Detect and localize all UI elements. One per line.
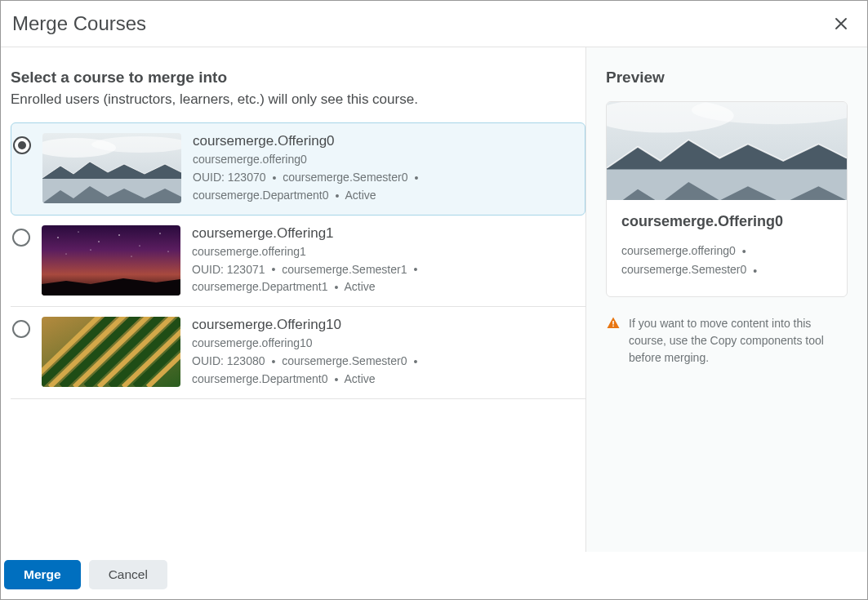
course-thumbnail — [42, 317, 180, 387]
preview-card-body: coursemerge.Offering0 coursemerge.offeri… — [607, 200, 847, 296]
radio-button[interactable] — [12, 229, 30, 247]
svg-point-14 — [167, 251, 168, 251]
svg-point-7 — [98, 241, 99, 242]
course-selection-pane: Select a course to merge into Enrolled u… — [1, 47, 585, 552]
preview-course-code: coursemerge.offering0 • — [621, 242, 832, 260]
course-meta: OUID: 123080 • coursemerge.Semester0 • c… — [192, 353, 576, 389]
svg-point-11 — [66, 253, 67, 254]
course-thumbnail — [42, 225, 180, 296]
course-code: coursemerge.offering0 — [193, 153, 575, 166]
course-code: coursemerge.offering1 — [192, 245, 576, 258]
svg-point-5 — [57, 237, 59, 238]
course-name: coursemerge.Offering1 — [192, 225, 576, 242]
preview-title: Preview — [606, 69, 848, 87]
course-name: coursemerge.Offering10 — [192, 317, 576, 333]
preview-course-semester: coursemerge.Semester0 • — [621, 260, 832, 279]
svg-point-12 — [90, 249, 91, 250]
dialog-body: Select a course to merge into Enrolled u… — [1, 47, 867, 552]
preview-warning-text: If you want to move content into this co… — [629, 315, 848, 367]
course-code: coursemerge.offering10 — [192, 336, 576, 349]
course-item[interactable]: coursemerge.Offering10 coursemerge.offer… — [11, 307, 585, 399]
course-details: coursemerge.Offering10 coursemerge.offer… — [192, 317, 576, 389]
svg-rect-31 — [612, 321, 614, 325]
merge-button[interactable]: Merge — [4, 560, 81, 589]
svg-point-8 — [118, 234, 120, 236]
preview-card: coursemerge.Offering0 coursemerge.offeri… — [606, 101, 848, 297]
course-list: coursemerge.Offering0 coursemerge.offeri… — [11, 122, 585, 399]
radio-button[interactable] — [13, 136, 31, 154]
course-meta: OUID: 123071 • coursemerge.Semester1 • c… — [192, 261, 576, 297]
svg-point-6 — [78, 231, 78, 232]
radio-button[interactable] — [12, 320, 30, 338]
svg-rect-32 — [612, 326, 614, 327]
preview-warning: If you want to move content into this co… — [606, 315, 848, 367]
course-details: coursemerge.Offering0 coursemerge.offeri… — [193, 133, 575, 205]
close-icon — [834, 16, 848, 31]
course-item[interactable]: coursemerge.Offering1 coursemerge.offeri… — [11, 216, 585, 308]
course-name: coursemerge.Offering0 — [193, 133, 575, 149]
dialog-header: Merge Courses — [1, 1, 867, 47]
preview-course-name: coursemerge.Offering0 — [621, 213, 832, 230]
section-heading: Select a course to merge into — [11, 69, 585, 87]
course-meta: OUID: 123070 • coursemerge.Semester0 • c… — [193, 169, 575, 205]
svg-point-9 — [139, 245, 140, 246]
close-button[interactable] — [830, 12, 852, 35]
dialog-footer: Merge Cancel — [1, 552, 867, 599]
course-details: coursemerge.Offering1 coursemerge.offeri… — [192, 225, 576, 297]
course-item[interactable]: coursemerge.Offering0 coursemerge.offeri… — [11, 122, 585, 216]
preview-thumbnail — [607, 102, 847, 200]
svg-point-10 — [159, 233, 160, 233]
preview-pane: Preview coursemerge.Offering0 coursemerg… — [585, 47, 867, 552]
svg-point-13 — [131, 256, 132, 256]
course-thumbnail — [42, 133, 181, 203]
cancel-button[interactable]: Cancel — [89, 560, 167, 589]
section-subheading: Enrolled users (instructors, learners, e… — [11, 91, 585, 108]
dialog-title: Merge Courses — [12, 12, 146, 35]
warning-icon — [606, 316, 621, 331]
